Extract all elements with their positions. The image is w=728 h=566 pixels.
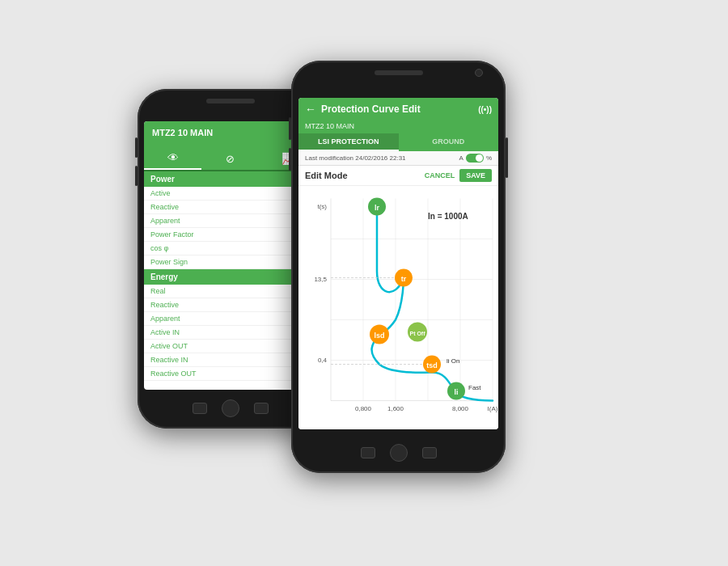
svg-text:0,800: 0,800	[355, 405, 372, 412]
toggle-unit[interactable]: A %	[459, 154, 492, 163]
svg-text:In = 1000A: In = 1000A	[428, 212, 468, 221]
right-topbar-icons: ((•))	[478, 105, 492, 114]
right-subtitle: MTZ2 10 MAIN	[298, 120, 498, 133]
svg-text:t(s): t(s)	[317, 203, 327, 210]
recents-btn[interactable]	[254, 403, 269, 414]
svg-text:li: li	[454, 388, 458, 396]
svg-text:1,600: 1,600	[387, 405, 404, 412]
home-btn[interactable]	[222, 399, 239, 417]
svg-text:Fast: Fast	[468, 384, 481, 391]
right-speaker	[375, 70, 423, 75]
back-arrow-icon[interactable]: ←	[305, 103, 316, 116]
edit-bar: Edit Mode CANCEL SAVE	[298, 166, 498, 186]
right-topbar-title: Protection Curve Edit	[321, 103, 478, 115]
right-topbar: ← Protection Curve Edit ((•))	[298, 98, 498, 120]
right-back-btn[interactable]	[361, 447, 375, 458]
last-modification-text: Last modification 24/02/2016 22:31	[305, 154, 406, 162]
svg-text:8,000: 8,000	[452, 405, 469, 412]
cancel-button[interactable]: CANCEL	[425, 171, 455, 180]
toggle-label-percent: %	[486, 154, 492, 162]
back-btn[interactable]	[193, 403, 207, 414]
tab-eye[interactable]: 👁	[144, 147, 201, 170]
eye-slash-icon: ⊘	[226, 153, 235, 165]
tab-ground[interactable]: GROUND	[399, 133, 499, 151]
eye-icon: 👁	[167, 151, 179, 164]
svg-text:Pt Off: Pt Off	[409, 331, 425, 336]
right-phone-screen: ← Protection Curve Edit ((•)) MTZ2 10 MA…	[298, 98, 498, 429]
right-meta-bar: Last modification 24/02/2016 22:31 A %	[298, 151, 498, 166]
right-camera	[475, 69, 483, 77]
toggle-pill[interactable]	[466, 154, 484, 163]
edit-bar-actions: CANCEL SAVE	[425, 169, 492, 182]
svg-text:lsd: lsd	[374, 332, 384, 340]
side-btn-left-1	[135, 137, 138, 158]
left-bottom-buttons	[193, 399, 269, 417]
right-recents-btn[interactable]	[422, 447, 437, 458]
left-speaker	[206, 99, 255, 103]
edit-mode-label: Edit Mode	[305, 171, 348, 180]
svg-text:0,4: 0,4	[318, 357, 328, 364]
right-nav-tabs: LSI PROTECTION GROUND	[298, 133, 498, 151]
svg-text:li On: li On	[447, 357, 459, 365]
right-side-btn-vol1	[289, 117, 291, 140]
left-header-title: MTZ2 10 MAIN	[152, 128, 213, 137]
save-button[interactable]: SAVE	[459, 169, 492, 182]
svg-text:13,5: 13,5	[314, 276, 327, 283]
right-home-btn[interactable]	[390, 444, 408, 462]
svg-text:I(A): I(A)	[488, 405, 498, 412]
right-side-btn-vol2	[289, 148, 291, 171]
right-bottom-buttons	[361, 444, 437, 462]
chart-area: t(s) 13,5 0,4 0,800 1,600 8,000 I(A) In …	[298, 186, 498, 429]
phone-right: ← Protection Curve Edit ((•)) MTZ2 10 MA…	[291, 61, 506, 473]
svg-text:lr: lr	[375, 204, 380, 212]
right-side-btn	[506, 137, 508, 178]
toggle-label-a: A	[459, 154, 463, 162]
side-btn-left-2	[135, 166, 138, 186]
chart-svg: t(s) 13,5 0,4 0,800 1,600 8,000 I(A) In …	[298, 186, 498, 429]
svg-text:tsd: tsd	[426, 361, 438, 370]
svg-text:tr: tr	[401, 275, 407, 283]
scene: MTZ2 10 MAIN 👁 ⊘ 📈 Power Active 4	[0, 0, 728, 566]
tab-lsi-protection[interactable]: LSI PROTECTION	[298, 133, 399, 151]
tab-eye-slash[interactable]: ⊘	[201, 147, 259, 170]
